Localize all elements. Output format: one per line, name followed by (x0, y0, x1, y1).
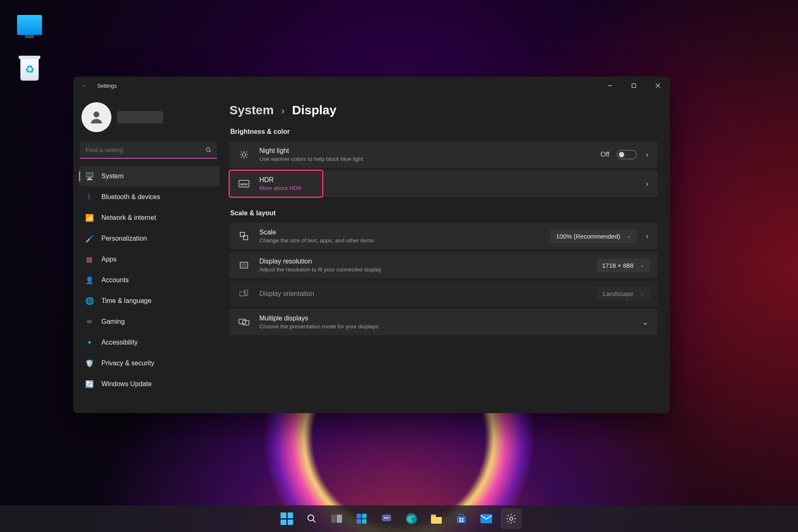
maximize-button[interactable] (622, 76, 646, 95)
chevron-down-icon[interactable]: ⌄ (640, 318, 650, 327)
recycle-bin-icon (20, 58, 39, 81)
chevron-right-icon[interactable]: › (644, 232, 650, 241)
taskbar-taskview[interactable] (326, 508, 347, 529)
svg-rect-39 (431, 515, 436, 517)
svg-line-14 (241, 157, 242, 158)
multi-sub: Choose the presentation mode for your di… (259, 323, 632, 330)
minimize-button[interactable] (598, 76, 622, 95)
night-light-toggle[interactable] (617, 150, 637, 159)
sidebar-item-label: Privacy & security (101, 360, 154, 367)
desktop-icon-recycle-bin[interactable] (12, 58, 47, 82)
monitor-icon (17, 15, 42, 35)
svg-rect-28 (331, 515, 336, 523)
night-light-sub: Use warmer colors to help block blue lig… (259, 156, 592, 162)
windows-logo-icon (281, 512, 293, 525)
sidebar-item-label: Time & language (101, 297, 151, 305)
svg-point-36 (386, 517, 387, 518)
taskbar-search[interactable] (301, 508, 322, 529)
sidebar-item-label: Apps (101, 256, 116, 263)
taskbar-widgets[interactable] (351, 508, 372, 529)
resolution-icon (237, 260, 251, 270)
card-orientation: Display orientation Landscape ⌄ (229, 281, 658, 306)
close-button[interactable] (646, 76, 670, 95)
svg-rect-23 (244, 290, 248, 296)
taskbar-mail[interactable] (476, 508, 497, 529)
main-panel: System › Display Brightness & color Nigh… (222, 95, 670, 413)
card-scale[interactable]: Scale Change the size of text, apps, and… (229, 223, 658, 249)
sidebar-item-icon: 🔄 (85, 379, 94, 389)
card-resolution[interactable]: Display resolution Adjust the resolution… (229, 252, 658, 278)
taskbar-chat[interactable] (376, 508, 397, 529)
orientation-dropdown: Landscape ⌄ (597, 287, 650, 300)
scale-dropdown[interactable]: 100% (Recommended) ⌄ (550, 229, 637, 243)
svg-line-15 (246, 152, 247, 153)
sidebar-item-personalization[interactable]: 🖌️Personalization (79, 229, 219, 249)
chevron-right-icon[interactable]: › (644, 180, 650, 188)
taskbar-start[interactable] (276, 508, 297, 529)
sidebar-item-apps[interactable]: ▦Apps (79, 249, 219, 269)
back-button[interactable]: ← (80, 82, 90, 89)
taskbar-settings[interactable] (501, 508, 522, 529)
svg-rect-40 (457, 516, 466, 523)
sidebar-item-icon: 👤 (85, 276, 94, 285)
card-hdr[interactable]: HDR HDR More about HDR › (229, 170, 658, 197)
resolution-dropdown[interactable]: 1718 × 888 ⌄ (596, 259, 650, 272)
sidebar-item-accessibility[interactable]: ✦Accessibility (79, 332, 219, 352)
taskbar-explorer[interactable] (426, 508, 447, 529)
resolution-value: 1718 × 888 (602, 262, 634, 269)
orientation-icon (237, 289, 251, 299)
svg-point-37 (387, 517, 389, 518)
scale-icon (237, 231, 251, 241)
resolution-sub: Adjust the resolution to fit your connec… (259, 266, 588, 273)
hdr-title: HDR (259, 176, 636, 184)
sidebar-item-label: System (101, 172, 123, 180)
svg-rect-42 (459, 518, 461, 520)
sidebar-item-windows-update[interactable]: 🔄Windows Update (79, 374, 219, 394)
sidebar-item-label: Gaming (101, 318, 125, 325)
section-brightness-heading: Brightness & color (230, 128, 658, 135)
search-box[interactable] (80, 141, 217, 159)
orientation-value: Landscape (603, 290, 633, 297)
chevron-down-icon: ⌄ (627, 233, 631, 239)
sidebar-item-label: Accessibility (101, 339, 138, 346)
scale-title: Scale (259, 229, 542, 236)
card-night-light[interactable]: Night light Use warmer colors to help bl… (229, 141, 658, 168)
scale-value: 100% (Recommended) (556, 233, 620, 240)
titlebar: ← Settings (73, 76, 670, 95)
sidebar-item-privacy-security[interactable]: 🛡️Privacy & security (79, 353, 219, 373)
breadcrumb-parent[interactable]: System (229, 103, 274, 117)
desktop-icon-this-pc[interactable] (12, 15, 47, 37)
taskbar-edge[interactable] (401, 508, 422, 529)
svg-rect-31 (362, 514, 367, 518)
search-input[interactable] (80, 141, 217, 159)
sidebar-item-accounts[interactable]: 👤Accounts (79, 270, 219, 290)
sidebar-item-gaming[interactable]: ∞Gaming (79, 312, 219, 332)
sidebar-item-icon: 🌐 (85, 296, 94, 305)
sidebar-item-icon: ᛒ (85, 192, 94, 202)
sidebar-item-icon: 📶 (85, 213, 94, 222)
svg-rect-21 (242, 264, 246, 266)
sidebar-item-bluetooth-devices[interactable]: ᛒBluetooth & devices (79, 187, 219, 207)
svg-rect-45 (462, 520, 463, 522)
sidebar-item-time-language[interactable]: 🌐Time & language (79, 291, 219, 311)
chevron-right-icon[interactable]: › (644, 150, 650, 159)
chevron-down-icon: ⌄ (640, 291, 644, 297)
hdr-sub[interactable]: More about HDR (259, 185, 636, 191)
sidebar-item-system[interactable]: 🖥️System (79, 166, 219, 186)
svg-rect-32 (357, 519, 361, 524)
taskbar-store[interactable] (451, 508, 472, 529)
breadcrumb-current: Display (292, 103, 337, 117)
svg-rect-1 (632, 84, 636, 88)
sidebar-item-network-internet[interactable]: 📶Network & internet (79, 208, 219, 228)
svg-point-26 (308, 515, 314, 521)
sidebar-item-icon: ▦ (85, 255, 94, 264)
avatar-icon (81, 102, 111, 132)
night-light-title: Night light (259, 147, 592, 155)
sidebar-item-icon: 🛡️ (85, 359, 94, 368)
sidebar: 🖥️SystemᛒBluetooth & devices📶Network & i… (73, 95, 222, 413)
sidebar-item-icon: ∞ (85, 317, 94, 326)
profile-block[interactable] (79, 99, 219, 141)
profile-name-redacted (117, 111, 163, 123)
svg-rect-44 (459, 520, 461, 522)
card-multiple-displays[interactable]: Multiple displays Choose the presentatio… (229, 309, 658, 335)
